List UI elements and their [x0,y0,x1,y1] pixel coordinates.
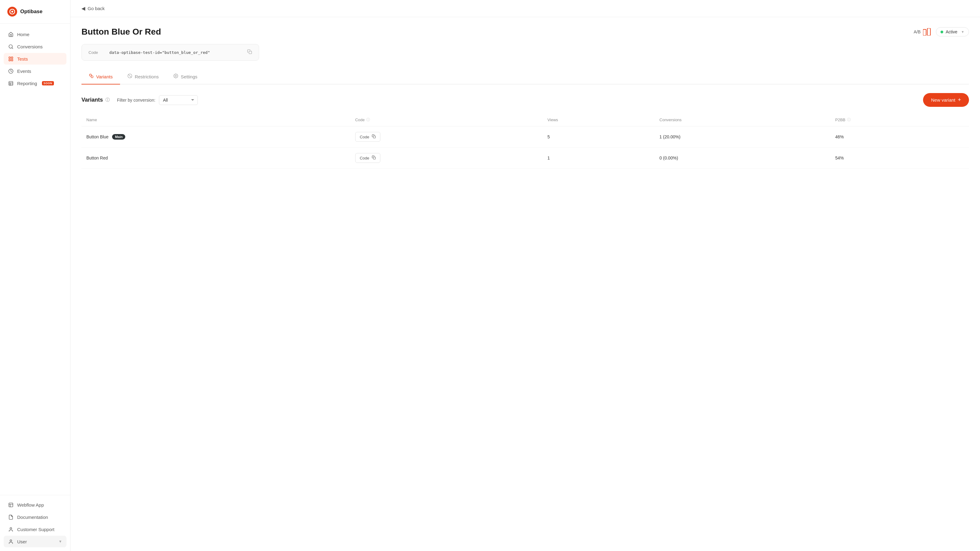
restrictions-tab-icon [127,73,132,79]
filter-area: Filter by conversion: All Conversion 1 C… [117,95,198,105]
row-1-code-cell: Code [350,126,542,148]
docs-icon [8,514,13,520]
svg-point-15 [10,540,12,541]
table-header: Name Code ⓘ Views Conversions [81,114,969,126]
plus-icon: + [958,97,961,103]
svg-line-3 [12,48,13,48]
logo-icon [7,7,17,16]
sidebar: Optibase Home Conversions [0,0,70,551]
copy-code-icon-2 [372,156,376,160]
settings-tab-icon [173,73,178,79]
support-icon [8,527,13,532]
th-name-text: Name [86,118,97,122]
tab-settings-label: Settings [181,74,197,79]
sidebar-item-support-label: Customer Support [17,527,54,532]
row-1-code-button[interactable]: Code [355,132,380,142]
ab-icon [923,28,932,35]
tab-settings[interactable]: Settings [166,69,205,84]
user-label: User [17,539,27,544]
variants-section: Variants ⓘ Filter by conversion: All Con… [81,93,969,169]
row-1-name-cell: Button Blue Main [81,126,350,148]
tab-variants-label: Variants [96,74,113,79]
row-2-p2bb: 54% [830,148,969,169]
code-value: data-optibase-test-id="button_blue_or_re… [109,50,210,55]
svg-rect-18 [249,51,252,54]
go-back-label: Go back [88,6,105,11]
sidebar-item-conversions[interactable]: Conversions [4,41,67,52]
sidebar-item-docs-label: Documentation [17,514,48,520]
row-2-name-cell: Button Red [81,148,350,169]
back-arrow-icon: ◀ [81,5,85,11]
copy-code-icon-1 [372,134,376,139]
variants-info-icon[interactable]: ⓘ [105,97,110,103]
variants-table: Name Code ⓘ Views Conversions [81,114,969,169]
svg-rect-9 [9,81,13,86]
row-1-views: 5 [542,126,655,148]
status-chevron-icon: ▼ [961,30,964,34]
sidebar-logo: Optibase [0,0,70,24]
events-icon [8,68,13,74]
copy-icon[interactable] [247,49,252,56]
sidebar-item-webflow-app[interactable]: Webflow App [4,499,67,511]
code-info-icon[interactable]: ⓘ [366,117,370,122]
svg-rect-24 [373,136,375,138]
home-icon [8,32,13,37]
svg-rect-4 [9,57,10,59]
row-1-conversions: 1 (20.00%) [654,126,830,148]
page-title: Button Blue Or Red [81,27,161,37]
sidebar-nav: Home Conversions Tests [0,24,70,495]
th-p2bb: P2BB ⓘ [830,114,969,126]
tab-restrictions-label: Restrictions [135,74,159,79]
chevron-down-icon: ▼ [59,539,62,544]
soon-badge: SOON [42,81,54,86]
svg-rect-5 [11,57,13,59]
conversions-icon [8,44,13,49]
th-p2bb-text: P2BB [835,118,845,122]
sidebar-item-events[interactable]: Events [4,65,67,77]
sidebar-item-reporting[interactable]: Reporting SOON [4,78,67,89]
new-variant-button[interactable]: New variant + [923,93,969,107]
go-back-button[interactable]: ◀ Go back [81,5,105,11]
topbar: ◀ Go back [70,0,980,17]
code-box: Code data-optibase-test-id="button_blue_… [81,44,259,60]
svg-rect-25 [373,157,375,159]
svg-rect-17 [928,28,931,35]
user-left: User [8,539,27,544]
svg-rect-7 [11,59,13,60]
user-icon [8,539,13,544]
webflow-icon [8,502,13,508]
th-code: Code ⓘ [350,114,542,126]
sidebar-item-reporting-label: Reporting [17,81,37,86]
th-views: Views [542,114,655,126]
ab-badge: A/B [913,28,932,35]
ab-label: A/B [913,29,921,34]
user-menu[interactable]: User ▼ [4,536,67,547]
variants-tab-icon [89,73,94,79]
sidebar-item-tests[interactable]: Tests [4,53,67,65]
row-1-code-label: Code [360,135,369,139]
row-2-code-button[interactable]: Code [355,153,380,163]
filter-select[interactable]: All Conversion 1 Conversion 2 [159,95,198,105]
sidebar-item-home[interactable]: Home [4,29,67,40]
p2bb-info-icon[interactable]: ⓘ [847,117,851,122]
variants-title: Variants ⓘ [81,97,110,103]
header-right: A/B Active ▼ [913,27,969,37]
svg-point-14 [10,527,12,529]
reporting-icon [8,81,13,86]
page-content: Button Blue Or Red A/B Active ▼ [70,17,980,551]
sidebar-item-home-label: Home [17,32,29,37]
th-views-text: Views [547,118,558,122]
sidebar-item-documentation[interactable]: Documentation [4,511,67,523]
logo-text: Optibase [20,9,43,15]
sidebar-item-webflow-label: Webflow App [17,502,44,508]
tab-variants[interactable]: Variants [81,69,120,84]
svg-rect-16 [923,29,926,35]
main-content: ◀ Go back Button Blue Or Red A/B [70,0,980,551]
tab-restrictions[interactable]: Restrictions [120,69,166,84]
sidebar-item-customer-support[interactable]: Customer Support [4,524,67,535]
row-2-code-cell: Code [350,148,542,169]
sidebar-item-conversions-label: Conversions [17,44,43,49]
status-dropdown[interactable]: Active ▼ [936,27,969,37]
variants-title-text: Variants [81,97,103,103]
th-code-text: Code [355,118,365,122]
